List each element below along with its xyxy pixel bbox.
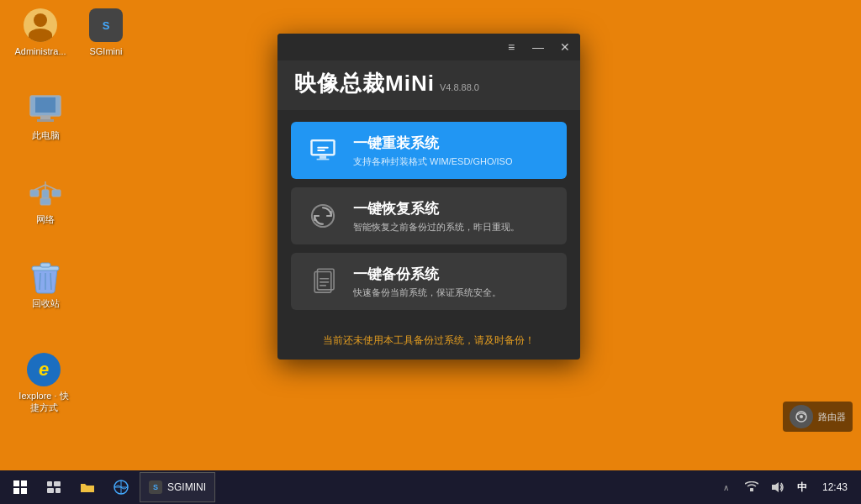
backup-icon: [304, 263, 341, 300]
svg-line-10: [45, 185, 56, 190]
svg-line-9: [34, 185, 45, 190]
app-version: V4.8.88.0: [440, 82, 479, 92]
svg-rect-12: [40, 263, 50, 267]
reinstall-desc: 支持各种封装格式 WIM/ESD/GHO/ISO: [353, 155, 553, 168]
desktop-icon-administrator[interactable]: Administra...: [10, 8, 71, 57]
svg-rect-36: [47, 488, 54, 493]
svg-rect-1: [35, 97, 55, 113]
router-badge: 路由器: [783, 402, 853, 432]
taskview-button[interactable]: [37, 470, 71, 504]
user-avatar-icon: [24, 8, 57, 42]
svg-rect-35: [54, 481, 61, 486]
restore-icon: [304, 197, 341, 234]
browser-button[interactable]: [104, 470, 138, 504]
svg-rect-31: [21, 480, 27, 486]
network-label: 网络: [36, 213, 55, 225]
file-explorer-button[interactable]: [71, 470, 104, 504]
svg-line-15: [50, 273, 51, 290]
monitor-icon: [304, 132, 341, 169]
close-button[interactable]: ✕: [557, 39, 573, 55]
system-tray: ∧ 中 12:43: [711, 470, 858, 504]
sgimini-label: SGImini: [89, 45, 122, 57]
svg-rect-3: [37, 119, 54, 122]
svg-rect-7: [52, 190, 61, 197]
app-status-bar: 当前还未使用本工具备份过系统，请及时备份！: [277, 323, 580, 360]
sgimini-taskbar-button[interactable]: S SGIMINI: [140, 472, 215, 502]
tray-language[interactable]: 中: [790, 475, 814, 499]
svg-rect-30: [13, 480, 19, 486]
system-clock[interactable]: 12:43: [816, 481, 854, 493]
svg-rect-32: [13, 488, 19, 494]
svg-rect-33: [21, 488, 27, 494]
window-controls: ≡ — ✕: [503, 39, 573, 55]
computer-label: 此电脑: [32, 129, 60, 141]
svg-rect-34: [47, 481, 52, 486]
app-header: 映像总裁MiNi V4.8.88.0: [277, 60, 580, 110]
administrator-label: Administra...: [14, 45, 66, 57]
svg-marker-42: [772, 482, 779, 492]
sgimini-taskbar-label: SGIMINI: [167, 481, 206, 493]
restore-title: 一键恢复系统: [353, 199, 553, 218]
svg-rect-6: [30, 190, 39, 197]
desktop-icon-iexplore[interactable]: e Iexplore · 快捷方式: [13, 353, 74, 414]
menu-button[interactable]: ≡: [503, 39, 520, 55]
tray-volume[interactable]: [765, 475, 789, 499]
restore-text: 一键恢复系统 智能恢复之前备份过的系统，昨日重现。: [353, 199, 553, 234]
svg-point-29: [800, 415, 803, 418]
backup-text: 一键备份系统 快速备份当前系统，保证系统安全。: [353, 265, 553, 299]
reinstall-title: 一键重装系统: [353, 134, 553, 153]
svg-rect-37: [55, 488, 61, 493]
svg-rect-18: [320, 156, 326, 159]
title-bar: ≡ — ✕: [277, 34, 580, 60]
backup-title: 一键备份系统: [353, 265, 553, 284]
svg-rect-5: [42, 190, 49, 198]
backup-desc: 快速备份当前系统，保证系统安全。: [353, 286, 553, 299]
app-window: ≡ — ✕ 映像总裁MiNi V4.8.88.0: [277, 34, 580, 360]
desktop-icon-computer[interactable]: 此电脑: [15, 92, 76, 141]
router-label: 路由器: [818, 411, 846, 423]
minimize-button[interactable]: —: [530, 39, 547, 55]
recycle-label: 回收站: [32, 297, 60, 309]
desktop-icon-sgimini[interactable]: S SGImini: [76, 8, 136, 57]
ie-icon: e: [27, 353, 61, 386]
svg-line-13: [40, 273, 40, 290]
tray-network[interactable]: [740, 475, 763, 499]
reinstall-text: 一键重装系统 支持各种封装格式 WIM/ESD/GHO/ISO: [353, 134, 553, 168]
network-icon: [29, 176, 62, 210]
desktop-icon-recycle[interactable]: 回收站: [15, 260, 76, 309]
svg-rect-2: [40, 116, 50, 119]
backup-button[interactable]: 一键备份系统 快速备份当前系统，保证系统安全。: [291, 253, 567, 310]
recycle-icon: [29, 260, 62, 294]
reinstall-button[interactable]: 一键重装系统 支持各种封装格式 WIM/ESD/GHO/ISO: [291, 122, 567, 179]
taskbar: S SGIMINI ∧ 中 12:43: [0, 470, 861, 504]
desktop-icon-network[interactable]: 网络: [15, 176, 76, 225]
tray-arrow[interactable]: ∧: [715, 475, 738, 499]
app-title: 映像总裁MiNi: [294, 69, 435, 98]
router-icon: [790, 405, 813, 428]
svg-rect-41: [750, 488, 753, 491]
start-button[interactable]: [3, 470, 37, 504]
clock-time: 12:43: [822, 481, 848, 493]
status-message: 当前还未使用本工具备份过系统，请及时备份！: [323, 334, 535, 346]
computer-icon: [29, 92, 62, 126]
restore-button[interactable]: 一键恢复系统 智能恢复之前备份过的系统，昨日重现。: [291, 187, 567, 244]
app-body: 一键重装系统 支持各种封装格式 WIM/ESD/GHO/ISO 一键恢: [277, 110, 580, 323]
restore-desc: 智能恢复之前备份过的系统，昨日重现。: [353, 221, 553, 234]
svg-rect-19: [317, 159, 330, 160]
svg-rect-4: [40, 198, 50, 205]
iexplore-label: Iexplore · 快捷方式: [18, 390, 68, 414]
sgimini-icon: S: [89, 8, 123, 42]
desktop: Administra... S SGImini 此电脑: [0, 0, 861, 470]
